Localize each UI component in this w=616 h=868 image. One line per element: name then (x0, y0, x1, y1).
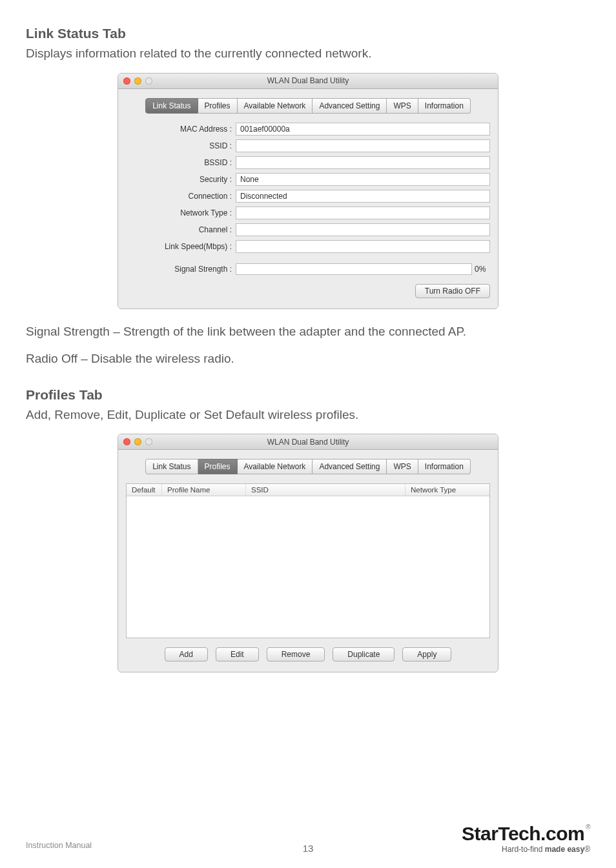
profiles-desc: Add, Remove, Edit, Duplicate or Set Defa… (26, 407, 590, 424)
field-link-speed (236, 240, 490, 253)
field-channel (236, 223, 490, 236)
tab-profiles[interactable]: Profiles (198, 98, 238, 114)
label-mac-address: MAC Address : (126, 125, 236, 134)
window-traffic-lights (123, 438, 152, 445)
field-bssid (236, 156, 490, 169)
tab-information[interactable]: Information (418, 459, 471, 474)
tab-link-status[interactable]: Link Status (145, 459, 198, 474)
label-security: Security : (126, 175, 236, 184)
window-title: WLAN Dual Band Utility (118, 438, 498, 447)
brand-tagline: Hard-to-find made easy® (462, 845, 590, 854)
column-header-profile-name[interactable]: Profile Name (162, 484, 246, 496)
zoom-icon[interactable] (145, 438, 152, 445)
tagline-bold: made easy (545, 845, 584, 854)
signal-strength-value: 0% (475, 265, 490, 274)
field-network-type (236, 207, 490, 219)
minimize-icon[interactable] (134, 77, 141, 85)
profiles-heading: Profiles Tab (26, 387, 590, 403)
close-icon[interactable] (123, 438, 130, 445)
profiles-table: Default Profile Name SSID Network Type (126, 483, 490, 638)
edit-button[interactable]: Edit (216, 647, 259, 661)
tab-bar: Link Status Profiles Available Network A… (126, 98, 490, 114)
window-traffic-lights (123, 77, 152, 85)
label-network-type: Network Type : (126, 208, 236, 217)
signal-strength-paragraph: Signal Strength – Strength of the link b… (26, 323, 590, 341)
label-connection: Connection : (126, 192, 236, 201)
window-title: WLAN Dual Band Utility (118, 76, 498, 85)
registered-mark: ® (586, 823, 590, 831)
turn-radio-off-button[interactable]: Turn Radio OFF (415, 284, 490, 298)
zoom-icon[interactable] (145, 77, 152, 85)
signal-strength-bar (236, 263, 472, 275)
minimize-icon[interactable] (134, 438, 141, 445)
link-status-desc: Displays information related to the curr… (26, 45, 590, 63)
field-mac-address: 001aef00000a (236, 123, 490, 136)
field-security: None (236, 173, 490, 186)
tagline-plain: Hard-to-find (502, 845, 545, 854)
apply-button[interactable]: Apply (402, 647, 451, 661)
wlan-utility-window-profiles: WLAN Dual Band Utility Link Status Profi… (118, 434, 498, 672)
tab-wps[interactable]: WPS (387, 98, 418, 114)
column-header-default[interactable]: Default (127, 484, 162, 496)
label-ssid: SSID : (126, 141, 236, 150)
add-button[interactable]: Add (165, 647, 208, 661)
label-signal-strength: Signal Strength : (126, 265, 236, 274)
brand-logo: StarTech.com® (462, 824, 590, 843)
radio-off-paragraph: Radio Off – Disable the wireless radio. (26, 350, 590, 368)
tab-available-network[interactable]: Available Network (238, 459, 313, 474)
duplicate-button[interactable]: Duplicate (333, 647, 395, 661)
label-link-speed: Link Speed(Mbps) : (126, 242, 236, 251)
tab-advanced-setting[interactable]: Advanced Setting (313, 98, 387, 114)
column-header-network-type[interactable]: Network Type (406, 484, 489, 496)
label-channel: Channel : (126, 225, 236, 234)
tab-wps[interactable]: WPS (387, 459, 418, 474)
window-titlebar: WLAN Dual Band Utility (118, 74, 498, 89)
profiles-table-body (127, 496, 489, 636)
tab-bar: Link Status Profiles Available Network A… (126, 459, 490, 474)
wlan-utility-window-link-status: WLAN Dual Band Utility Link Status Profi… (118, 73, 498, 309)
close-icon[interactable] (123, 77, 130, 85)
field-ssid (236, 139, 490, 152)
link-status-heading: Link Status Tab (26, 26, 590, 41)
field-connection: Disconnected (236, 190, 490, 203)
tagline-reg: ® (584, 845, 590, 854)
tab-information[interactable]: Information (418, 98, 471, 114)
brand-logo-text: StarTech.com (462, 823, 584, 844)
window-titlebar: WLAN Dual Band Utility (118, 434, 498, 450)
tab-available-network[interactable]: Available Network (238, 98, 313, 114)
column-header-ssid[interactable]: SSID (246, 484, 406, 496)
remove-button[interactable]: Remove (267, 647, 325, 661)
label-bssid: BSSID : (126, 158, 236, 167)
tab-advanced-setting[interactable]: Advanced Setting (313, 459, 387, 474)
tab-profiles[interactable]: Profiles (198, 459, 238, 474)
tab-link-status[interactable]: Link Status (145, 98, 198, 114)
